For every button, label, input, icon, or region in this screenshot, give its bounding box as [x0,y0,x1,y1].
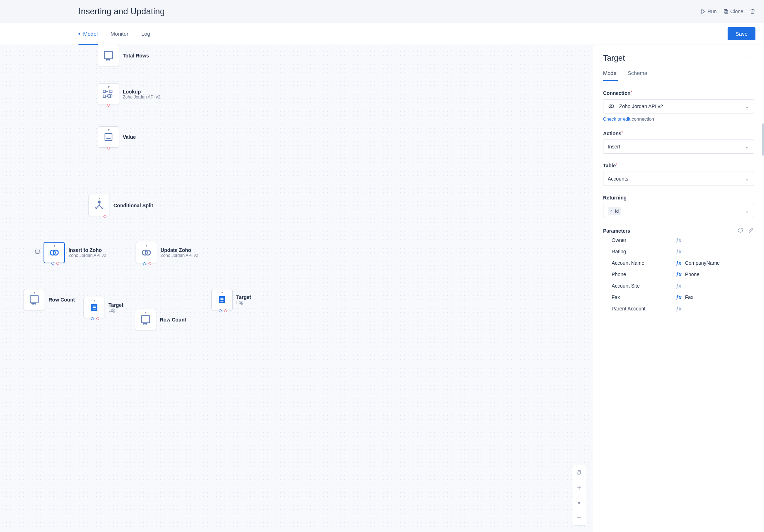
node-sublabel: Zoho Jordan API v2 [161,253,198,258]
parameter-row[interactable]: Account Name ƒx CompanyName [603,257,754,269]
fx-icon: ƒx [676,294,682,300]
svg-point-30 [146,323,147,324]
svg-point-16 [53,250,58,255]
param-value: Fax [685,294,693,300]
tab-log[interactable]: Log [141,23,150,45]
node-update-zoho[interactable]: ▾ [136,242,157,263]
actions-label: Actions [603,131,621,136]
svg-point-4 [106,59,107,60]
clone-button[interactable]: Clone [723,9,743,14]
node-label: Lookup [123,89,160,95]
parameter-row[interactable]: Fax ƒx Fax [603,292,754,303]
delete-node-button[interactable] [34,248,41,256]
param-name: Account Name [612,260,676,266]
scrollbar[interactable] [762,123,764,156]
node-label: Row Count [160,317,186,323]
returning-select[interactable]: ×Id ⌄ [603,204,754,218]
svg-rect-2 [724,10,727,12]
parameter-row[interactable]: Rating ƒx [603,246,754,257]
fx-icon: ƒx [676,283,682,289]
node-value[interactable]: ▾ [98,126,119,148]
connection-select[interactable]: Zoho Jordan API v2 ⌄ [603,99,754,113]
node-label: Value [123,134,136,140]
connection-label: Connection [603,90,631,96]
actions-select[interactable]: Insert ⌄ [603,140,754,154]
table-label: Table [603,163,616,168]
svg-point-29 [145,323,146,324]
svg-point-18 [145,250,150,255]
svg-rect-8 [103,95,106,97]
param-name: Fax [612,294,676,300]
parameter-row[interactable]: Owner ƒx [603,234,754,246]
node-label: Target [108,302,123,308]
save-button[interactable]: Save [728,27,755,40]
zoom-out-button[interactable] [572,510,586,525]
svg-rect-1 [725,10,728,13]
svg-rect-7 [103,90,106,93]
refresh-parameters-button[interactable] [738,227,743,234]
delete-button[interactable] [750,9,755,14]
node-sublabel: Zoho Jordan API v2 [123,95,160,100]
run-label: Run [708,9,717,14]
sidebar-tab-model[interactable]: Model [603,70,618,81]
fx-icon: ƒx [676,260,682,266]
node-label: Total Rows [123,53,149,59]
table-select[interactable]: Accounts ⌄ [603,172,754,186]
chevron-down-icon: ⌄ [745,208,749,214]
more-menu-button[interactable]: ⋯ [745,54,753,63]
chevron-down-icon: ⌄ [745,144,749,150]
zoom-in-button[interactable] [572,480,586,495]
fx-icon: ƒx [676,306,682,311]
connection-hint: Check or edit connection [603,116,754,122]
param-name: Account Site [612,283,676,289]
node-lookup[interactable]: ▾ [98,83,119,105]
page-title: Inserting and Updating [79,6,700,16]
svg-point-21 [33,303,34,304]
returning-label: Returning [603,195,627,201]
param-name: Rating [612,249,676,254]
parameter-row[interactable]: Phone ƒx Phone [603,269,754,280]
clone-label: Clone [730,9,743,14]
sidebar-title: Target [603,54,744,63]
zoom-fit-button[interactable] [572,495,586,510]
node-label: Row Count [49,297,75,303]
pan-tool[interactable] [572,465,586,480]
svg-point-5 [107,59,108,60]
returning-chip[interactable]: ×Id [608,207,621,215]
parameters-label: Parameters [603,228,733,234]
tab-model[interactable]: Model [79,23,98,45]
canvas-tools [572,465,586,526]
run-button[interactable]: Run [700,9,717,14]
check-edit-link[interactable]: Check or edit [603,116,631,122]
tab-monitor[interactable]: Monitor [111,23,128,45]
fx-icon: ƒx [676,272,682,277]
svg-rect-3 [105,52,113,59]
canvas[interactable]: Total Rows ▾ Lookup Zoho Jordan API v2 ▾ [0,45,593,532]
svg-point-6 [109,59,110,60]
param-value: Phone [685,272,699,277]
svg-rect-9 [110,90,112,93]
node-target-log-left[interactable]: ▾ [84,297,105,318]
parameter-row[interactable]: Account Site ƒx [603,280,754,292]
svg-rect-19 [30,296,39,303]
parameter-row[interactable]: Parent Account ƒx [603,303,754,314]
svg-point-22 [35,303,36,304]
sidebar-tab-schema[interactable]: Schema [628,70,647,81]
fx-icon: ƒx [676,237,682,243]
node-target-log-right[interactable]: ▾ [211,289,233,310]
node-row-count-mid[interactable]: ▾ [135,309,156,330]
svg-point-39 [611,105,613,108]
svg-marker-0 [702,9,705,14]
fx-icon: ƒx [676,249,682,254]
node-total-rows[interactable] [98,45,119,66]
node-row-count-left[interactable]: ▾ [24,289,45,310]
param-name: Parent Account [612,306,676,311]
node-conditional-split[interactable]: ▾ [88,195,110,216]
edit-parameters-button[interactable] [748,227,754,234]
node-sublabel: Log [236,300,251,305]
node-label: Update Zoho [161,247,198,253]
chip-remove-icon[interactable]: × [610,208,613,213]
svg-rect-27 [142,316,150,323]
node-label: Conditional Split [113,203,153,208]
node-insert-zoho[interactable]: ▾ [44,242,65,263]
